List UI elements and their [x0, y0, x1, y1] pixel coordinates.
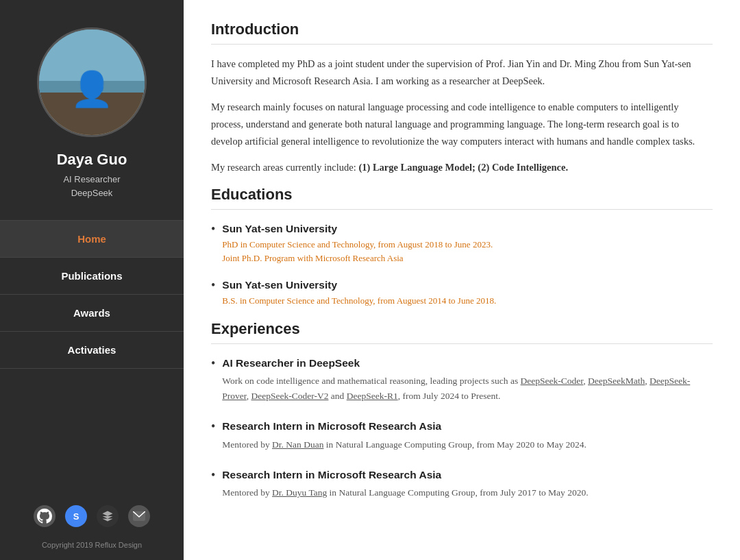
avatar-image	[39, 29, 145, 135]
exp-item-3: • Research Intern in Microsoft Research …	[211, 467, 713, 500]
exp-desc-2: Mentored by Dr. Nan Duan in Natural Lang…	[222, 437, 587, 452]
exp-section-title: Experiences	[211, 320, 713, 338]
intro-divider	[211, 44, 713, 45]
nav-item-home[interactable]: Home	[0, 220, 184, 257]
intro-para1: I have completed my PhD as a joint stude…	[211, 56, 713, 89]
copyright: Copyright 2019 Reflux Design	[42, 541, 142, 549]
svg-point-10	[82, 123, 94, 129]
exp-item-1: • AI Researcher in DeepSeek Work on code…	[211, 355, 713, 403]
deepseek-coder-v2-link[interactable]: DeepSeek-Coder-V2	[251, 391, 329, 401]
exp-desc-1: Work on code intelligence and mathematic…	[222, 374, 713, 403]
nav-menu: Home Publications Awards Activaties	[0, 220, 184, 505]
nan-duan-link[interactable]: Dr. Nan Duan	[272, 439, 323, 450]
edu-institution-2: Sun Yat-sen University	[222, 277, 496, 293]
bullet-icon-4: •	[211, 418, 215, 435]
bullet-icon-2: •	[211, 277, 215, 294]
social-icons: S	[34, 505, 150, 527]
exp-bullet-3: • Research Intern in Microsoft Research …	[211, 467, 713, 500]
svg-rect-3	[53, 95, 135, 98]
deepseekmath-link[interactable]: DeepSeekMath	[588, 376, 645, 386]
edu-section-title: Educations	[211, 186, 713, 204]
nav-item-publications[interactable]: Publications	[0, 257, 184, 294]
intro-section-title: Introduction	[211, 21, 713, 38]
exp-title-1: AI Researcher in DeepSeek	[222, 355, 713, 371]
edu-sub1-2: B.S. in Computer Science and Technology,…	[222, 294, 496, 308]
profile-title: AI Researcher DeepSeek	[63, 173, 120, 199]
svg-rect-8	[84, 110, 92, 125]
edu-item-1: • Sun Yat-sen University PhD in Computer…	[211, 221, 713, 265]
exp-title-3: Research Intern in Microsoft Research As…	[222, 467, 588, 483]
semantic-scholar-icon[interactable]	[97, 505, 119, 527]
svg-rect-2	[39, 98, 145, 135]
edu-divider	[211, 209, 713, 210]
bullet-icon-1: •	[211, 221, 215, 238]
edu-sub2-1: Joint Ph.D. Program with Microsoft Resea…	[222, 252, 493, 265]
svg-rect-7	[84, 94, 104, 113]
exp-bullet-1: • AI Researcher in DeepSeek Work on code…	[211, 355, 713, 403]
scholar-icon[interactable]: S	[65, 505, 87, 527]
edu-bullet-2: • Sun Yat-sen University B.S. in Compute…	[211, 277, 713, 308]
svg-rect-9	[96, 110, 104, 125]
github-icon[interactable]	[34, 505, 56, 527]
svg-rect-5	[53, 105, 135, 108]
intro-para3: My research areas currently include: (1)…	[211, 159, 713, 176]
main-content: Introduction I have completed my PhD as …	[184, 0, 740, 560]
sidebar: Daya Guo AI Researcher DeepSeek Home Pub…	[0, 0, 184, 560]
bullet-icon-3: •	[211, 355, 215, 372]
exp-desc-3: Mentored by Dr. Duyu Tang in Natural Lan…	[222, 485, 588, 500]
exp-bullet-2: • Research Intern in Microsoft Research …	[211, 418, 713, 452]
svg-rect-4	[53, 100, 135, 103]
profile-name: Daya Guo	[57, 151, 127, 169]
exp-title-2: Research Intern in Microsoft Research As…	[222, 418, 587, 434]
email-icon[interactable]	[128, 505, 150, 527]
edu-institution-1: Sun Yat-sen University	[222, 221, 493, 236]
svg-point-6	[84, 75, 103, 94]
svg-rect-1	[39, 81, 145, 101]
exp-item-2: • Research Intern in Microsoft Research …	[211, 418, 713, 452]
edu-item-2: • Sun Yat-sen University B.S. in Compute…	[211, 277, 713, 308]
svg-point-11	[94, 123, 106, 129]
deepseek-r1-link[interactable]: DeepSeek-R1	[347, 391, 398, 401]
duyu-tang-link[interactable]: Dr. Duyu Tang	[272, 487, 327, 498]
nav-item-awards[interactable]: Awards	[0, 294, 184, 331]
edu-sub1-1: PhD in Computer Science and Technology, …	[222, 238, 493, 252]
deepseek-coder-link[interactable]: DeepSeek-Coder	[521, 376, 584, 386]
edu-bullet-1: • Sun Yat-sen University PhD in Computer…	[211, 221, 713, 265]
nav-item-activaties[interactable]: Activaties	[0, 331, 184, 369]
avatar	[37, 27, 147, 137]
bullet-icon-5: •	[211, 467, 215, 484]
exp-divider	[211, 343, 713, 344]
intro-para2: My research mainly focuses on natural la…	[211, 99, 713, 149]
